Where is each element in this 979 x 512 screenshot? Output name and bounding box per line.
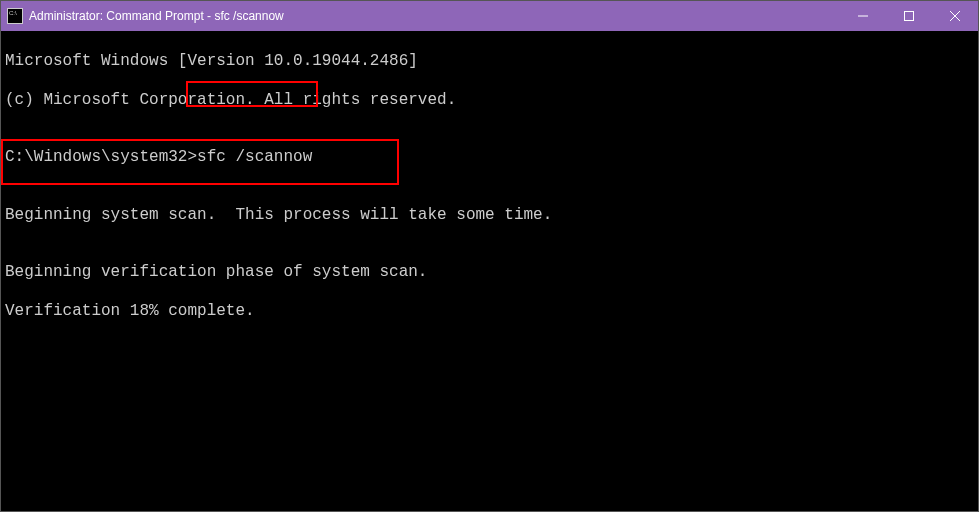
- output-line: Microsoft Windows [Version 10.0.19044.24…: [5, 52, 974, 71]
- minimize-icon: [858, 11, 868, 21]
- titlebar[interactable]: Administrator: Command Prompt - sfc /sca…: [1, 1, 978, 31]
- output-line: Verification 18% complete.: [5, 302, 974, 321]
- window-title: Administrator: Command Prompt - sfc /sca…: [29, 9, 840, 23]
- terminal-area[interactable]: Microsoft Windows [Version 10.0.19044.24…: [1, 31, 978, 511]
- prompt-line: C:\Windows\system32>sfc /scannow: [5, 148, 974, 167]
- maximize-button[interactable]: [886, 1, 932, 31]
- close-button[interactable]: [932, 1, 978, 31]
- prompt-text: C:\Windows\system32>: [5, 148, 197, 166]
- output-line: Beginning system scan. This process will…: [5, 206, 974, 225]
- close-icon: [950, 11, 960, 21]
- command-prompt-window: Administrator: Command Prompt - sfc /sca…: [0, 0, 979, 512]
- svg-rect-1: [905, 12, 914, 21]
- maximize-icon: [904, 11, 914, 21]
- output-line: (c) Microsoft Corporation. All rights re…: [5, 91, 974, 110]
- command-text: sfc /scannow: [197, 148, 312, 166]
- titlebar-controls: [840, 1, 978, 31]
- cmd-icon: [7, 8, 23, 24]
- minimize-button[interactable]: [840, 1, 886, 31]
- output-line: Beginning verification phase of system s…: [5, 263, 974, 282]
